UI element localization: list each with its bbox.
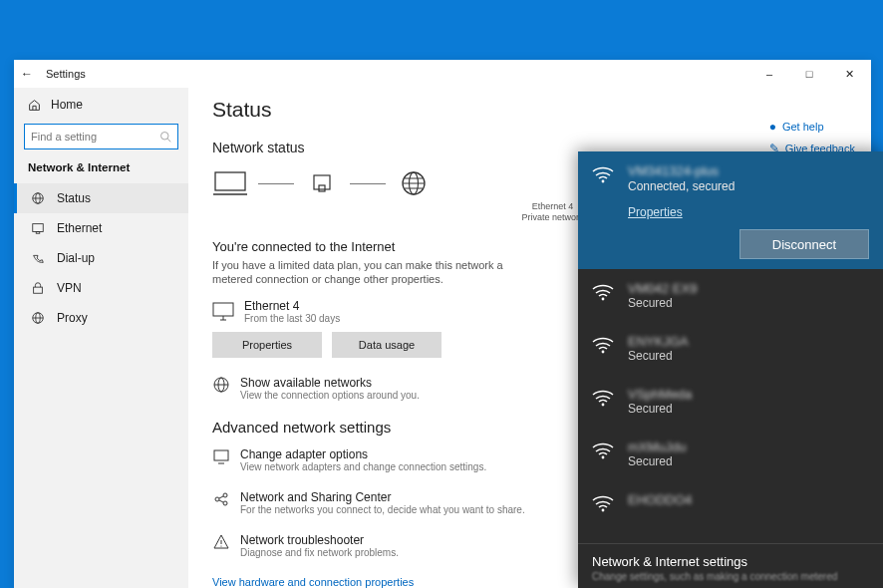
wifi-network-item[interactable]: mXMuJduSecured xyxy=(578,428,883,480)
search-input[interactable]: Find a setting xyxy=(24,124,178,149)
wifi-signal-icon xyxy=(592,440,616,459)
svg-point-40 xyxy=(602,509,605,512)
svg-rect-26 xyxy=(214,450,228,460)
svg-point-35 xyxy=(602,180,605,183)
svg-point-28 xyxy=(215,497,219,501)
wifi-networks-flyout: VM341324-plus Connected, secured Propert… xyxy=(578,151,883,588)
wifi-signal-icon xyxy=(592,492,616,512)
data-usage-button[interactable]: Data usage xyxy=(332,332,442,358)
wifi-available-list: VM042 EX9Secured ENYKJGASecured VSphMeda… xyxy=(578,269,883,543)
sidebar-item-label: VPN xyxy=(57,281,82,295)
svg-rect-5 xyxy=(33,224,44,232)
sidebar-item-ethernet[interactable]: Ethernet xyxy=(14,213,188,243)
adapter-icon xyxy=(304,169,340,197)
titlebar: ← Settings – □ ✕ xyxy=(14,60,871,88)
wifi-security: Secured xyxy=(628,402,692,416)
svg-rect-7 xyxy=(34,287,43,293)
proxy-icon xyxy=(31,311,45,325)
svg-rect-20 xyxy=(213,303,233,316)
wifi-connected-panel[interactable]: VM341324-plus Connected, secured Propert… xyxy=(578,151,883,269)
maximize-button[interactable]: □ xyxy=(789,60,829,88)
svg-line-31 xyxy=(219,496,223,498)
wifi-signal-icon xyxy=(592,163,616,183)
wifi-network-item[interactable]: VM042 EX9Secured xyxy=(578,269,883,322)
wifi-properties-link[interactable]: Properties xyxy=(628,205,869,219)
link-title: Change adapter options xyxy=(240,447,486,461)
wifi-footer-sub: Change settings, such as making a connec… xyxy=(592,571,869,582)
sidebar-home[interactable]: Home xyxy=(14,90,188,120)
sidebar-home-label: Home xyxy=(51,98,83,112)
sidebar-item-dialup[interactable]: Dial-up xyxy=(14,243,188,273)
minimize-button[interactable]: – xyxy=(749,60,789,88)
svg-point-0 xyxy=(161,133,169,141)
wifi-footer-settings[interactable]: Network & Internet settings Change setti… xyxy=(578,543,883,588)
svg-point-37 xyxy=(602,351,605,354)
properties-button[interactable]: Properties xyxy=(212,332,322,358)
home-icon xyxy=(28,99,41,112)
back-button[interactable]: ← xyxy=(20,67,34,81)
link-title: Network troubleshooter xyxy=(240,533,399,547)
wifi-ssid: VM341324-plus xyxy=(628,163,735,178)
svg-point-34 xyxy=(220,546,221,547)
link-title: Show available networks xyxy=(240,376,420,390)
sharing-icon xyxy=(212,490,230,515)
wifi-ssid: VSphMeda xyxy=(628,387,692,402)
wifi-security: Secured xyxy=(628,454,687,468)
sidebar: Home Find a setting Network & Internet S… xyxy=(14,88,188,588)
link-title: Network and Sharing Center xyxy=(240,490,525,504)
svg-point-36 xyxy=(602,298,605,301)
search-icon xyxy=(159,131,171,143)
close-button[interactable]: ✕ xyxy=(829,60,869,88)
sidebar-section-title: Network & Internet xyxy=(14,159,188,183)
globe-icon xyxy=(396,169,432,197)
svg-line-32 xyxy=(219,500,223,502)
warning-icon xyxy=(212,533,230,558)
wifi-signal-icon xyxy=(592,281,616,301)
link-desc: View network adapters and change connect… xyxy=(240,461,486,472)
connected-desc: If you have a limited data plan, you can… xyxy=(212,258,511,288)
svg-point-38 xyxy=(602,404,605,407)
sidebar-item-label: Proxy xyxy=(57,311,88,325)
sidebar-item-label: Status xyxy=(57,191,91,205)
sidebar-item-vpn[interactable]: VPN xyxy=(14,273,188,303)
svg-point-29 xyxy=(223,493,227,497)
link-desc: View the connection options around you. xyxy=(240,390,420,401)
wifi-icon xyxy=(212,376,230,401)
wifi-security: Secured xyxy=(628,296,697,310)
sidebar-item-label: Ethernet xyxy=(57,221,102,235)
status-icon xyxy=(31,191,45,205)
svg-rect-11 xyxy=(215,172,245,190)
svg-line-1 xyxy=(167,139,170,142)
adapter-options-icon xyxy=(212,447,230,472)
wifi-ssid: ENYKJGA xyxy=(628,334,689,349)
link-desc: Diagnose and fix network problems. xyxy=(240,547,399,558)
help-column: ● Get help ✎ Give feedback xyxy=(769,120,855,155)
svg-rect-6 xyxy=(36,232,40,234)
wifi-security: Secured xyxy=(628,349,689,363)
wifi-network-item[interactable]: EHODDO4 xyxy=(578,480,883,524)
sidebar-item-proxy[interactable]: Proxy xyxy=(14,303,188,333)
link-desc: For the networks you connect to, decide … xyxy=(240,504,525,515)
sidebar-item-label: Dial-up xyxy=(57,251,95,265)
help-icon: ● xyxy=(769,120,776,134)
wifi-footer-title: Network & Internet settings xyxy=(592,554,869,569)
sidebar-item-status[interactable]: Status xyxy=(14,183,188,213)
disconnect-button[interactable]: Disconnect xyxy=(739,229,869,259)
get-help-link[interactable]: ● Get help xyxy=(769,120,855,134)
wifi-ssid: mXMuJdu xyxy=(628,440,687,454)
diagram-line xyxy=(258,183,294,184)
wifi-signal-icon xyxy=(592,334,616,354)
wifi-network-item[interactable]: ENYKJGASecured xyxy=(578,322,883,375)
window-title: Settings xyxy=(46,68,86,80)
page-title: Status xyxy=(212,98,847,122)
vpn-icon xyxy=(31,281,45,295)
wifi-ssid: EHODDO4 xyxy=(628,492,692,507)
svg-rect-14 xyxy=(319,185,325,191)
monitor-icon xyxy=(212,302,234,322)
wifi-ssid: VM042 EX9 xyxy=(628,281,697,296)
wifi-network-item[interactable]: VSphMedaSecured xyxy=(578,375,883,428)
ethernet-icon xyxy=(31,221,45,235)
dialup-icon xyxy=(31,251,45,265)
svg-point-30 xyxy=(223,501,227,505)
diagram-line xyxy=(350,183,386,184)
